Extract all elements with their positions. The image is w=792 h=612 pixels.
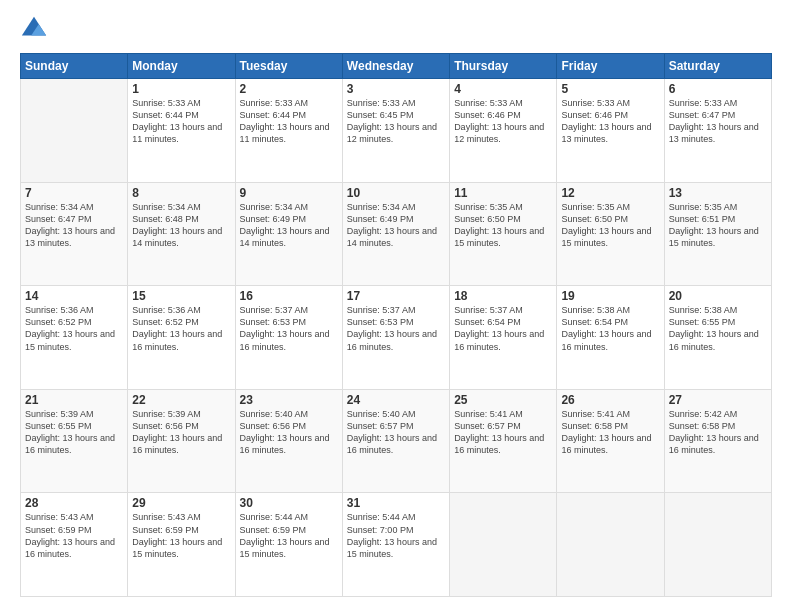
day-number: 24 (347, 393, 445, 407)
day-number: 29 (132, 496, 230, 510)
day-number: 27 (669, 393, 767, 407)
day-info: Sunrise: 5:43 AM Sunset: 6:59 PM Dayligh… (132, 511, 230, 560)
day-number: 3 (347, 82, 445, 96)
calendar-cell (664, 493, 771, 597)
day-number: 12 (561, 186, 659, 200)
day-info: Sunrise: 5:40 AM Sunset: 6:57 PM Dayligh… (347, 408, 445, 457)
day-number: 23 (240, 393, 338, 407)
weekday-header-thursday: Thursday (450, 54, 557, 79)
day-info: Sunrise: 5:43 AM Sunset: 6:59 PM Dayligh… (25, 511, 123, 560)
day-number: 14 (25, 289, 123, 303)
page: SundayMondayTuesdayWednesdayThursdayFrid… (0, 0, 792, 612)
day-info: Sunrise: 5:37 AM Sunset: 6:54 PM Dayligh… (454, 304, 552, 353)
calendar-cell: 28Sunrise: 5:43 AM Sunset: 6:59 PM Dayli… (21, 493, 128, 597)
day-info: Sunrise: 5:39 AM Sunset: 6:55 PM Dayligh… (25, 408, 123, 457)
day-number: 2 (240, 82, 338, 96)
day-info: Sunrise: 5:34 AM Sunset: 6:49 PM Dayligh… (347, 201, 445, 250)
calendar-cell: 17Sunrise: 5:37 AM Sunset: 6:53 PM Dayli… (342, 286, 449, 390)
weekday-header-tuesday: Tuesday (235, 54, 342, 79)
day-number: 30 (240, 496, 338, 510)
day-number: 17 (347, 289, 445, 303)
week-row-3: 21Sunrise: 5:39 AM Sunset: 6:55 PM Dayli… (21, 389, 772, 493)
calendar-cell: 6Sunrise: 5:33 AM Sunset: 6:47 PM Daylig… (664, 79, 771, 183)
day-info: Sunrise: 5:38 AM Sunset: 6:54 PM Dayligh… (561, 304, 659, 353)
calendar-cell: 29Sunrise: 5:43 AM Sunset: 6:59 PM Dayli… (128, 493, 235, 597)
calendar-cell: 16Sunrise: 5:37 AM Sunset: 6:53 PM Dayli… (235, 286, 342, 390)
day-info: Sunrise: 5:33 AM Sunset: 6:44 PM Dayligh… (132, 97, 230, 146)
day-number: 4 (454, 82, 552, 96)
day-info: Sunrise: 5:35 AM Sunset: 6:50 PM Dayligh… (561, 201, 659, 250)
calendar-cell: 7Sunrise: 5:34 AM Sunset: 6:47 PM Daylig… (21, 182, 128, 286)
day-info: Sunrise: 5:35 AM Sunset: 6:51 PM Dayligh… (669, 201, 767, 250)
day-number: 7 (25, 186, 123, 200)
day-number: 11 (454, 186, 552, 200)
header (20, 15, 772, 43)
day-info: Sunrise: 5:33 AM Sunset: 6:47 PM Dayligh… (669, 97, 767, 146)
day-number: 20 (669, 289, 767, 303)
calendar-cell: 21Sunrise: 5:39 AM Sunset: 6:55 PM Dayli… (21, 389, 128, 493)
calendar-cell: 20Sunrise: 5:38 AM Sunset: 6:55 PM Dayli… (664, 286, 771, 390)
day-info: Sunrise: 5:36 AM Sunset: 6:52 PM Dayligh… (25, 304, 123, 353)
calendar-cell: 14Sunrise: 5:36 AM Sunset: 6:52 PM Dayli… (21, 286, 128, 390)
day-info: Sunrise: 5:33 AM Sunset: 6:44 PM Dayligh… (240, 97, 338, 146)
week-row-1: 7Sunrise: 5:34 AM Sunset: 6:47 PM Daylig… (21, 182, 772, 286)
calendar-cell: 23Sunrise: 5:40 AM Sunset: 6:56 PM Dayli… (235, 389, 342, 493)
day-info: Sunrise: 5:34 AM Sunset: 6:49 PM Dayligh… (240, 201, 338, 250)
day-info: Sunrise: 5:37 AM Sunset: 6:53 PM Dayligh… (240, 304, 338, 353)
weekday-header-sunday: Sunday (21, 54, 128, 79)
day-info: Sunrise: 5:40 AM Sunset: 6:56 PM Dayligh… (240, 408, 338, 457)
day-number: 8 (132, 186, 230, 200)
day-info: Sunrise: 5:35 AM Sunset: 6:50 PM Dayligh… (454, 201, 552, 250)
calendar-cell: 8Sunrise: 5:34 AM Sunset: 6:48 PM Daylig… (128, 182, 235, 286)
calendar-cell: 10Sunrise: 5:34 AM Sunset: 6:49 PM Dayli… (342, 182, 449, 286)
day-number: 13 (669, 186, 767, 200)
week-row-4: 28Sunrise: 5:43 AM Sunset: 6:59 PM Dayli… (21, 493, 772, 597)
logo-icon (20, 15, 48, 43)
calendar-cell: 31Sunrise: 5:44 AM Sunset: 7:00 PM Dayli… (342, 493, 449, 597)
week-row-2: 14Sunrise: 5:36 AM Sunset: 6:52 PM Dayli… (21, 286, 772, 390)
day-info: Sunrise: 5:44 AM Sunset: 7:00 PM Dayligh… (347, 511, 445, 560)
day-info: Sunrise: 5:34 AM Sunset: 6:48 PM Dayligh… (132, 201, 230, 250)
day-info: Sunrise: 5:33 AM Sunset: 6:46 PM Dayligh… (454, 97, 552, 146)
day-number: 16 (240, 289, 338, 303)
day-info: Sunrise: 5:44 AM Sunset: 6:59 PM Dayligh… (240, 511, 338, 560)
calendar-cell: 30Sunrise: 5:44 AM Sunset: 6:59 PM Dayli… (235, 493, 342, 597)
day-number: 28 (25, 496, 123, 510)
calendar-cell: 15Sunrise: 5:36 AM Sunset: 6:52 PM Dayli… (128, 286, 235, 390)
calendar-cell: 13Sunrise: 5:35 AM Sunset: 6:51 PM Dayli… (664, 182, 771, 286)
weekday-header-friday: Friday (557, 54, 664, 79)
calendar-cell: 18Sunrise: 5:37 AM Sunset: 6:54 PM Dayli… (450, 286, 557, 390)
weekday-header-wednesday: Wednesday (342, 54, 449, 79)
day-info: Sunrise: 5:33 AM Sunset: 6:45 PM Dayligh… (347, 97, 445, 146)
weekday-header-saturday: Saturday (664, 54, 771, 79)
day-number: 9 (240, 186, 338, 200)
calendar-cell: 4Sunrise: 5:33 AM Sunset: 6:46 PM Daylig… (450, 79, 557, 183)
day-number: 1 (132, 82, 230, 96)
day-number: 18 (454, 289, 552, 303)
calendar-cell: 19Sunrise: 5:38 AM Sunset: 6:54 PM Dayli… (557, 286, 664, 390)
day-info: Sunrise: 5:38 AM Sunset: 6:55 PM Dayligh… (669, 304, 767, 353)
weekday-header-row: SundayMondayTuesdayWednesdayThursdayFrid… (21, 54, 772, 79)
day-info: Sunrise: 5:37 AM Sunset: 6:53 PM Dayligh… (347, 304, 445, 353)
calendar-cell: 2Sunrise: 5:33 AM Sunset: 6:44 PM Daylig… (235, 79, 342, 183)
calendar-table: SundayMondayTuesdayWednesdayThursdayFrid… (20, 53, 772, 597)
logo (20, 15, 52, 43)
calendar-cell: 27Sunrise: 5:42 AM Sunset: 6:58 PM Dayli… (664, 389, 771, 493)
day-number: 6 (669, 82, 767, 96)
day-number: 31 (347, 496, 445, 510)
calendar-cell (21, 79, 128, 183)
week-row-0: 1Sunrise: 5:33 AM Sunset: 6:44 PM Daylig… (21, 79, 772, 183)
calendar-cell: 12Sunrise: 5:35 AM Sunset: 6:50 PM Dayli… (557, 182, 664, 286)
day-number: 25 (454, 393, 552, 407)
day-info: Sunrise: 5:39 AM Sunset: 6:56 PM Dayligh… (132, 408, 230, 457)
day-number: 15 (132, 289, 230, 303)
day-info: Sunrise: 5:41 AM Sunset: 6:58 PM Dayligh… (561, 408, 659, 457)
day-info: Sunrise: 5:33 AM Sunset: 6:46 PM Dayligh… (561, 97, 659, 146)
day-number: 22 (132, 393, 230, 407)
day-number: 26 (561, 393, 659, 407)
calendar-cell (450, 493, 557, 597)
day-number: 19 (561, 289, 659, 303)
day-number: 10 (347, 186, 445, 200)
day-info: Sunrise: 5:41 AM Sunset: 6:57 PM Dayligh… (454, 408, 552, 457)
calendar-cell (557, 493, 664, 597)
